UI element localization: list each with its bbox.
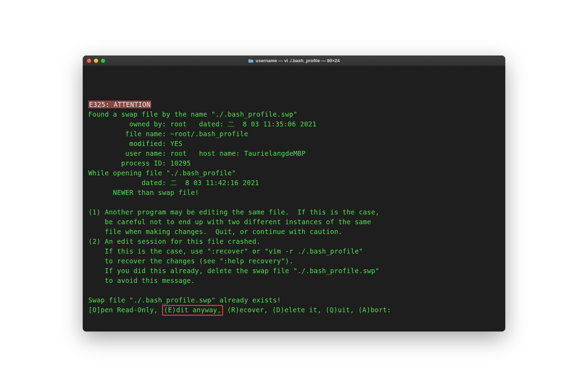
terminal-line: modified: YES <box>88 139 500 148</box>
window-titlebar: username — vi ./.bash_profile — 80×24 <box>83 56 505 66</box>
maximize-window-button[interactable] <box>101 59 105 63</box>
terminal-window: username — vi ./.bash_profile — 80×24 E3… <box>83 56 505 331</box>
terminal-line: If you did this already, delete the swap… <box>88 266 500 276</box>
terminal-line: If this is the case, use ":recover" or "… <box>88 246 500 256</box>
minimize-window-button[interactable] <box>94 59 98 63</box>
prompt-segment-open-readonly[interactable]: [O]pen Read-Only, <box>88 306 162 314</box>
terminal-line: owned by: root dated: 二 8 03 11:35:06 20… <box>88 119 500 129</box>
terminal-blank-line <box>88 90 500 100</box>
vim-attention-banner: E325: ATTENTION <box>88 101 151 108</box>
terminal-blank-line <box>88 80 500 90</box>
window-title: username — vi ./.bash_profile — 80×24 <box>256 58 340 63</box>
prompt-segment-rest[interactable]: (R)ecover, (D)elete it, (Q)uit, (A)bort: <box>223 306 391 314</box>
folder-icon <box>248 59 253 63</box>
terminal-line: to recover the changes (see ":help recov… <box>88 256 500 266</box>
prompt-segment-edit-anyway[interactable]: (E)dit anyway, <box>162 305 223 316</box>
terminal-line: (2) An edit session for this file crashe… <box>88 236 500 246</box>
terminal-line: Swap file "./.bash_profile.swp" already … <box>88 295 500 305</box>
terminal-line: While opening file "./.bash_profile" <box>88 168 500 178</box>
terminal-line: E325: ATTENTION <box>88 100 500 109</box>
terminal-line: user name: root host name: TaurielangdeM… <box>88 148 500 158</box>
terminal-blank-line <box>88 70 500 80</box>
terminal-line <box>88 285 500 295</box>
terminal-line <box>88 197 500 207</box>
terminal-line: (1) Another program may be editing the s… <box>88 207 500 217</box>
terminal-line: be careful not to end up with two differ… <box>88 217 500 227</box>
terminal-line: file name: ~root/.bash_profile <box>88 129 500 139</box>
terminal-body[interactable]: E325: ATTENTIONFound a swap file by the … <box>83 66 505 331</box>
traffic-lights <box>87 59 105 63</box>
terminal-line: dated: 二 8 03 11:42:16 2021 <box>88 178 500 188</box>
vim-swap-prompt[interactable]: [O]pen Read-Only, (E)dit anyway, (R)ecov… <box>88 305 500 316</box>
terminal-line: NEWER than swap file! <box>88 188 500 197</box>
window-title-wrap: username — vi ./.bash_profile — 80×24 <box>83 58 505 63</box>
terminal-line: Found a swap file by the name "./.bash_p… <box>88 109 500 119</box>
terminal-line: file when making changes. Quit, or conti… <box>88 227 500 236</box>
terminal-line: process ID: 10295 <box>88 158 500 168</box>
terminal-line: to avoid this message. <box>88 276 500 285</box>
terminal-output: E325: ATTENTIONFound a swap file by the … <box>88 70 500 316</box>
close-window-button[interactable] <box>87 59 91 63</box>
